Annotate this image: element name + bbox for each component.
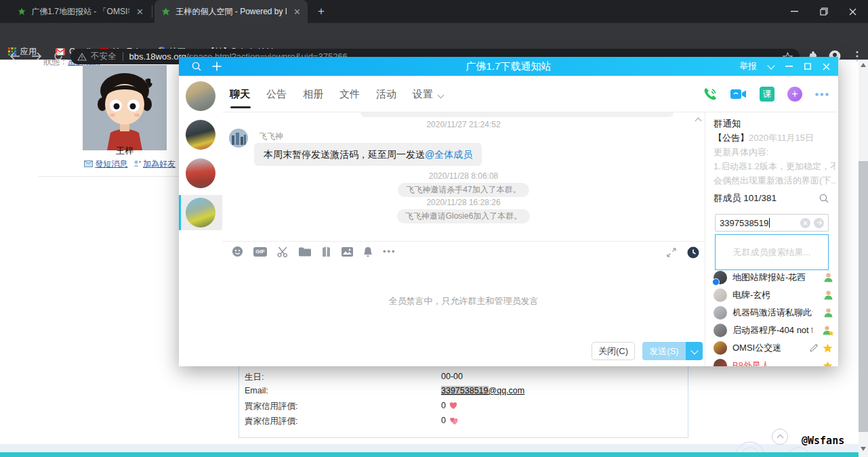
gif-icon[interactable]: GIF <box>253 247 267 257</box>
heart-icon <box>449 401 458 410</box>
email-link[interactable]: 3397538519@qq.com <box>441 386 524 395</box>
mention-all[interactable]: @全体成员 <box>425 149 472 160</box>
screenshot-scissors-icon[interactable] <box>277 246 289 257</box>
search-go-icon[interactable] <box>814 218 824 228</box>
member-row[interactable]: OMSI公交迷 <box>705 339 838 357</box>
qq-maximize-button[interactable] <box>804 63 811 70</box>
qq-action-icons: 课 + <box>703 87 829 102</box>
more-options-icon[interactable] <box>815 93 829 96</box>
email-label: Email: <box>245 386 268 395</box>
send-message-link[interactable]: 發短消息 <box>95 159 127 169</box>
system-message-wrap: 飞飞神邀请杀手47加入了本群。 <box>222 183 705 197</box>
send-options-button[interactable] <box>686 342 703 360</box>
member-name: 电牌-玄枵 <box>732 289 770 301</box>
tab-album[interactable]: 相册 <box>303 88 323 101</box>
member-avatar <box>714 324 727 337</box>
member-name: 机器码激活请私聊此号 <box>732 307 812 319</box>
tab-announcement[interactable]: 公告 <box>266 88 287 101</box>
close-button[interactable]: 关闭(C) <box>592 342 635 360</box>
member-row[interactable]: 地图站牌报站-花西 <box>705 269 838 286</box>
group-avatar-4-selected[interactable] <box>186 198 215 227</box>
expand-input-icon[interactable] <box>667 248 676 257</box>
avatar-badge <box>712 278 720 286</box>
chevron-down-icon[interactable] <box>767 62 774 69</box>
member-row[interactable]: 电牌-玄枵 <box>705 286 838 304</box>
mute-notice: 全员禁言中，只允许群主和管理员发言 <box>222 295 705 307</box>
member-row[interactable]: B8外星人 <box>705 357 838 366</box>
send-button[interactable]: 发送(S) <box>642 342 686 360</box>
notice-date: 2020年11月15日 <box>749 133 814 143</box>
scrollbar-thumb[interactable] <box>859 161 868 432</box>
page-scrollbar[interactable] <box>859 60 868 457</box>
members-count-title: 群成员 101/381 <box>714 192 777 204</box>
qq-titlebar[interactable]: 广佛1.7下载通知站 举报 <box>179 57 838 76</box>
tab-chat[interactable]: 聊天 <box>230 88 250 101</box>
file-folder-icon[interactable] <box>299 247 311 257</box>
group-avatar-2[interactable] <box>186 120 215 150</box>
member-row[interactable]: 机器码激活请私聊此号 <box>705 304 838 322</box>
window-minimize-button[interactable] <box>780 0 809 23</box>
add-icon[interactable]: + <box>787 87 802 102</box>
qq-group-window: 广佛1.7下载通知站 举报 聊天 公告 相册 <box>179 57 838 366</box>
chat-message-bubble: 本周末暂停发送激活码，延至周一发送@全体成员 <box>254 143 482 166</box>
edit-pencil-icon[interactable] <box>809 343 819 353</box>
back-to-top-button[interactable] <box>772 429 788 445</box>
browser-tab-1[interactable]: 广佛1.7地图报站 - 「OMSI答疑 ✕ <box>11 0 150 23</box>
group-avatar-1[interactable] <box>186 81 215 111</box>
sender-avatar[interactable] <box>229 129 248 148</box>
security-label[interactable]: 不安全 <box>91 51 117 62</box>
add-friend-link[interactable]: 加為好友 <box>143 159 175 169</box>
member-search-icon[interactable] <box>819 194 829 203</box>
emoji-icon[interactable] <box>232 246 243 257</box>
site-favicon <box>18 7 26 16</box>
video-call-icon[interactable] <box>730 88 747 100</box>
tab-close-icon[interactable]: ✕ <box>293 7 301 17</box>
notice-headline: 【公告】2020年11月15日 <box>714 132 814 144</box>
toolbar-more-icon[interactable]: ••• <box>383 246 396 257</box>
new-tab-button[interactable]: + <box>313 3 329 20</box>
notice-line: 1.启动器1.2版本，更加稳定，不 <box>714 160 835 173</box>
email-value: 3397538519@qq.com <box>441 386 524 395</box>
bell-icon[interactable] <box>363 246 373 257</box>
tab-files[interactable]: 文件 <box>339 88 360 101</box>
search-icon[interactable] <box>192 62 201 71</box>
chevron-up-icon <box>777 435 783 441</box>
buyer-credit-value: 0 <box>441 401 458 410</box>
clipped-bubble <box>360 112 674 117</box>
group-notice-title[interactable]: 群通知 <box>714 118 741 130</box>
forward-button[interactable] <box>28 48 45 64</box>
tab-settings[interactable]: 设置 <box>413 88 443 101</box>
image-icon[interactable] <box>342 247 353 257</box>
group-avatar-3[interactable] <box>186 158 215 188</box>
browser-toolbar: 不安全 bbs.18wos.org/space.html?action=view… <box>0 23 868 43</box>
active-tab-underline <box>230 106 251 108</box>
message-history-icon[interactable] <box>687 246 699 259</box>
class-mode-icon[interactable]: 课 <box>760 87 774 102</box>
browser-tab-2-active[interactable]: 王梓的個人空間 - Powered by D ✕ <box>154 0 308 23</box>
voice-call-icon[interactable] <box>703 87 718 102</box>
tab-activity[interactable]: 活动 <box>376 88 396 101</box>
window-close-button[interactable] <box>838 0 867 23</box>
screen: 狀態：當前離線 王梓 <box>0 0 868 457</box>
tab-close-icon[interactable]: ✕ <box>136 7 144 17</box>
qq-minimize-button[interactable] <box>785 66 793 67</box>
qq-close-button[interactable] <box>823 63 830 70</box>
menu-button[interactable] <box>849 48 865 64</box>
tab-separator <box>152 5 152 18</box>
window-restore-button[interactable] <box>809 0 838 23</box>
report-button[interactable]: 举报 <box>739 60 757 72</box>
reload-button[interactable] <box>50 48 66 64</box>
member-row[interactable]: 启动器程序-404 not fo <box>705 322 838 339</box>
chat-timestamp: 2020/11/28 8:06:08 <box>222 171 705 181</box>
chat-timestamp: 2020/11/27 21:24:52 <box>222 120 705 129</box>
clear-search-icon[interactable] <box>800 218 810 228</box>
member-search-input[interactable]: 3397538519 <box>715 214 829 232</box>
back-button[interactable] <box>7 48 23 64</box>
scroll-down-arrow[interactable] <box>861 447 866 451</box>
member-name: 启动器程序-404 not fo <box>732 324 812 336</box>
shake-window-icon[interactable] <box>321 246 331 257</box>
system-message-wrap: 飞飞神邀请Glosie6加入了本群。 <box>222 209 705 223</box>
profile-links: 發短消息 加為好友 <box>84 158 192 170</box>
create-group-icon[interactable] <box>212 62 222 71</box>
footer-teal-bar <box>0 452 868 457</box>
